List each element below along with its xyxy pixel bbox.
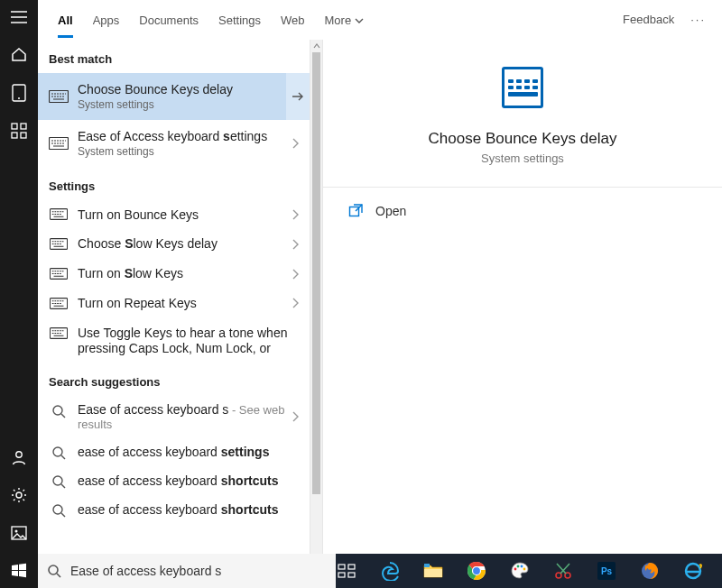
account-icon[interactable] <box>9 447 29 467</box>
result-turn-on-slow-keys[interactable]: Turn on Slow Keys <box>38 259 310 289</box>
apps-icon[interactable] <box>9 121 29 141</box>
svg-rect-26 <box>424 569 442 577</box>
ie-icon[interactable] <box>679 556 708 585</box>
tab-settings[interactable]: Settings <box>218 3 261 36</box>
search-icon <box>47 564 63 578</box>
picture-icon[interactable] <box>9 523 29 543</box>
chevron-right-icon[interactable] <box>288 411 302 422</box>
result-choose-bounce-keys-delay[interactable]: Choose Bounce Keys delay System settings <box>38 73 310 120</box>
scroll-up-arrow-icon[interactable] <box>310 40 322 52</box>
search-input-bar[interactable]: Ease of access keyboard s <box>38 554 336 588</box>
group-header-settings: Settings <box>38 167 310 200</box>
keyboard-icon <box>49 268 69 280</box>
svg-point-1 <box>18 97 20 99</box>
suggestion-see-web-results[interactable]: Ease of access keyboard s - See web resu… <box>38 396 310 437</box>
tab-more-label: More <box>325 14 352 27</box>
expand-arrow-icon[interactable] <box>286 73 310 120</box>
keyboard-icon <box>49 298 69 309</box>
result-title: Choose Slow Keys delay <box>78 236 288 252</box>
keyboard-icon <box>49 327 69 339</box>
result-detail-panel: Choose Bounce Keys delay System settings… <box>323 40 722 588</box>
svg-point-6 <box>16 452 22 457</box>
group-header-suggestions: Search suggestions <box>38 363 310 396</box>
result-turn-on-bounce-keys[interactable]: Turn on Bounce Keys <box>38 200 310 230</box>
svg-point-18 <box>53 447 62 456</box>
edge-icon[interactable] <box>375 556 404 585</box>
svg-rect-2 <box>12 124 17 129</box>
svg-rect-4 <box>12 133 17 138</box>
suggestion-shortcuts-2[interactable]: ease of access keyboard shortcuts <box>38 495 310 524</box>
chevron-right-icon[interactable] <box>288 209 302 220</box>
open-action[interactable]: Open <box>323 188 722 234</box>
menu-icon[interactable] <box>9 7 29 27</box>
chevron-right-icon[interactable] <box>288 138 302 149</box>
result-title: Ease of Access keyboard settings <box>78 129 288 144</box>
search-icon <box>49 404 69 418</box>
svg-point-29 <box>473 567 481 575</box>
search-icon <box>49 474 69 489</box>
svg-point-33 <box>523 568 526 571</box>
windows-start-icon[interactable] <box>9 561 29 581</box>
windows-taskbar: Ps <box>323 554 722 588</box>
svg-point-7 <box>16 492 22 498</box>
suggestion-shortcuts[interactable]: ease of access keyboard shortcuts <box>38 466 310 495</box>
group-header-best-match: Best match <box>38 40 310 73</box>
results-scrollbar[interactable] <box>310 40 322 588</box>
result-turn-on-repeat-keys[interactable]: Turn on Repeat Keys <box>38 289 310 318</box>
keyboard-icon <box>49 137 69 150</box>
suggestion-text: ease of access keyboard shortcuts <box>78 502 302 517</box>
search-icon <box>49 446 69 460</box>
tab-documents[interactable]: Documents <box>139 3 199 36</box>
svg-text:Ps: Ps <box>601 566 613 576</box>
tab-all[interactable]: All <box>58 3 73 36</box>
result-ease-of-access-keyboard-settings[interactable]: Ease of Access keyboard settings System … <box>38 120 310 167</box>
open-label: Open <box>375 204 406 218</box>
detail-title: Choose Bounce Keys delay <box>429 130 617 148</box>
open-icon <box>348 204 363 218</box>
result-subtitle: System settings <box>78 145 288 158</box>
svg-point-20 <box>53 505 62 514</box>
keyboard-icon <box>49 238 69 250</box>
tab-more[interactable]: More <box>325 3 365 36</box>
task-view-icon[interactable] <box>332 556 361 585</box>
svg-point-19 <box>53 476 62 485</box>
svg-point-40 <box>49 565 58 574</box>
search-query-text: Ease of access keyboard s <box>70 564 221 578</box>
gear-icon[interactable] <box>9 485 29 505</box>
svg-rect-27 <box>424 564 430 567</box>
svg-rect-23 <box>348 565 355 569</box>
feedback-link[interactable]: Feedback <box>623 13 674 26</box>
result-choose-slow-keys-delay[interactable]: Choose Slow Keys delay <box>38 229 310 259</box>
suggestion-settings[interactable]: ease of access keyboard settings <box>38 437 310 466</box>
chevron-right-icon[interactable] <box>288 239 302 250</box>
detail-subtitle: System settings <box>481 152 564 165</box>
chevron-right-icon[interactable] <box>288 298 302 308</box>
file-explorer-icon[interactable] <box>419 556 448 585</box>
svg-rect-25 <box>348 573 355 577</box>
home-icon[interactable] <box>9 45 29 65</box>
result-use-toggle-keys[interactable]: Use Toggle Keys to hear a tone when pres… <box>38 318 310 363</box>
paint-icon[interactable] <box>505 556 534 585</box>
result-title: Turn on Repeat Keys <box>78 296 288 311</box>
svg-rect-22 <box>338 565 345 569</box>
keyboard-icon <box>502 67 543 108</box>
firefox-icon[interactable] <box>635 556 664 585</box>
svg-point-31 <box>517 565 520 568</box>
svg-point-30 <box>514 568 517 571</box>
more-options-button[interactable]: ··· <box>690 13 706 26</box>
vertical-taskbar <box>0 0 38 588</box>
tab-web[interactable]: Web <box>281 3 305 36</box>
chrome-icon[interactable] <box>462 556 491 585</box>
tablet-icon[interactable] <box>9 83 29 103</box>
suggestion-text: Ease of access keyboard s - See web resu… <box>78 402 288 431</box>
svg-point-17 <box>53 406 62 415</box>
photoshop-icon[interactable]: Ps <box>592 556 621 585</box>
result-title: Choose Bounce Keys delay <box>78 82 286 97</box>
tab-apps[interactable]: Apps <box>93 3 120 36</box>
snipping-tool-icon[interactable] <box>549 556 578 585</box>
result-subtitle: System settings <box>78 98 286 111</box>
chevron-right-icon[interactable] <box>288 269 302 280</box>
result-title: Turn on Bounce Keys <box>78 207 288 223</box>
scroll-thumb[interactable] <box>312 52 320 494</box>
search-results-list: Best match Choose Bounce Keys delay Syst… <box>38 40 310 588</box>
